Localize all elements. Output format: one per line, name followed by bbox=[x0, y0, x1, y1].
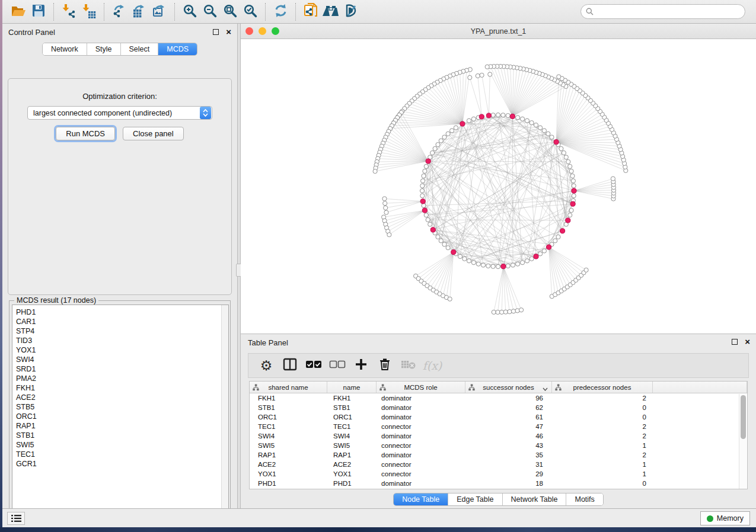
column-header-shared-name[interactable]: shared name bbox=[250, 382, 327, 393]
table-cell: FKH1 bbox=[327, 393, 377, 403]
table-cell: 29 bbox=[465, 469, 552, 479]
table-row[interactable]: ACE2ACE2connector311 bbox=[250, 460, 747, 469]
table-row[interactable]: RAP1RAP1dominator352 bbox=[250, 450, 747, 460]
show-details-button[interactable] bbox=[361, 2, 381, 21]
delete-table-button bbox=[398, 355, 419, 376]
mcds-result-item[interactable]: TID3 bbox=[12, 336, 228, 345]
table-scrollbar[interactable] bbox=[739, 394, 747, 489]
import-network-button[interactable] bbox=[59, 2, 79, 21]
open-folder-button[interactable] bbox=[8, 2, 28, 21]
refresh-button[interactable] bbox=[270, 2, 291, 21]
search-network-button[interactable] bbox=[321, 2, 341, 21]
tab-motifs[interactable]: Motifs bbox=[566, 493, 602, 505]
criterion-select[interactable]: largest connected component (undirected) bbox=[27, 106, 212, 120]
global-search-field[interactable] bbox=[580, 4, 745, 19]
toolbar-separator bbox=[53, 3, 54, 21]
table-row[interactable]: TEC1TEC1connector472 bbox=[250, 422, 747, 431]
tab-network-table[interactable]: Network Table bbox=[503, 493, 567, 505]
tab-network[interactable]: Network bbox=[43, 43, 87, 55]
mcds-result-item[interactable]: SWI5 bbox=[12, 440, 228, 450]
network-graph-canvas[interactable] bbox=[241, 39, 756, 334]
network-window-titlebar: YPA_prune.txt_1 bbox=[241, 24, 756, 39]
tab-node-table[interactable]: Node Table bbox=[394, 493, 448, 505]
settings-gear-button[interactable]: ⚙ bbox=[256, 355, 277, 376]
share-document-button[interactable] bbox=[301, 2, 321, 21]
network-view-window: YPA_prune.txt_1 bbox=[241, 24, 756, 334]
zoom-fit-button[interactable] bbox=[220, 2, 240, 21]
log-console-button[interactable] bbox=[7, 512, 25, 525]
table-scrollbar-thumb[interactable] bbox=[741, 395, 746, 439]
select-all-button[interactable] bbox=[303, 355, 324, 376]
mcds-result-item[interactable]: FKH1 bbox=[12, 383, 228, 393]
table-row[interactable]: SWI5SWI5connector431 bbox=[250, 441, 747, 450]
column-header-name[interactable]: name bbox=[327, 382, 377, 393]
sort-descending-icon bbox=[543, 385, 548, 392]
network-window-title: YPA_prune.txt_1 bbox=[241, 27, 756, 36]
table-row[interactable]: STB1STB1dominator620 bbox=[250, 403, 747, 412]
export-network-button[interactable] bbox=[109, 2, 129, 21]
tab-edge-table[interactable]: Edge Table bbox=[448, 493, 502, 505]
table-tabbar: Node TableEdge TableNetwork TableMotifs bbox=[393, 493, 604, 506]
mcds-result-item[interactable]: ORC1 bbox=[12, 412, 228, 421]
memory-button[interactable]: Memory bbox=[700, 511, 750, 525]
column-header-predecessor-nodes[interactable]: predecessor nodes bbox=[552, 382, 653, 393]
column-header-MCDS-role[interactable]: MCDS role bbox=[377, 382, 465, 393]
hide-details-button[interactable] bbox=[341, 2, 361, 21]
mcds-result-item[interactable]: SWI4 bbox=[12, 355, 228, 364]
table-cell: 1 bbox=[552, 469, 653, 479]
mcds-tab-content: Optimization criterion: largest connecte… bbox=[8, 78, 232, 295]
close-panel-icon[interactable]: × bbox=[226, 29, 231, 35]
refresh-icon bbox=[273, 4, 288, 20]
zoom-in-button[interactable] bbox=[180, 2, 200, 21]
mcds-result-item[interactable]: CAR1 bbox=[12, 317, 228, 326]
table-cell: 31 bbox=[465, 460, 552, 469]
table-close-icon[interactable]: × bbox=[745, 339, 750, 345]
table-cell: SWI4 bbox=[327, 431, 377, 441]
list-scrollbar[interactable] bbox=[221, 305, 228, 517]
zoom-out-button[interactable] bbox=[200, 2, 220, 21]
tab-style[interactable]: Style bbox=[87, 43, 121, 55]
table-row[interactable]: SWI4SWI4dominator462 bbox=[250, 431, 747, 441]
table-cell: PHD1 bbox=[250, 479, 327, 488]
table-float-icon[interactable] bbox=[732, 339, 738, 345]
search-input[interactable] bbox=[596, 8, 740, 16]
export-image-button[interactable] bbox=[149, 2, 170, 21]
table-row[interactable]: ORC1ORC1dominator610 bbox=[250, 412, 747, 422]
mcds-result-item[interactable]: STP4 bbox=[12, 326, 228, 336]
run-mcds-button[interactable]: Run MCDS bbox=[56, 127, 115, 140]
settings-gear-icon: ⚙ bbox=[260, 359, 273, 373]
delete-column-button[interactable] bbox=[374, 355, 395, 376]
mcds-result-item[interactable]: GCR1 bbox=[12, 459, 228, 469]
tab-mcds[interactable]: MCDS bbox=[158, 43, 197, 55]
toolbar-separator bbox=[265, 3, 266, 21]
mcds-result-item[interactable]: STB5 bbox=[12, 402, 228, 412]
control-panel: Control Panel × NetworkStyleSelectMCDS O… bbox=[2, 24, 237, 508]
deselect-all-button[interactable] bbox=[327, 355, 348, 376]
table-row[interactable]: YOX1YOX1connector291 bbox=[250, 469, 747, 479]
mcds-hub-node bbox=[486, 113, 491, 118]
table-panel-title: Table Panel bbox=[248, 338, 288, 347]
mcds-result-item[interactable]: ACE2 bbox=[12, 393, 228, 402]
mcds-result-item[interactable]: YOX1 bbox=[12, 345, 228, 355]
add-column-button[interactable] bbox=[350, 355, 372, 376]
tab-select[interactable]: Select bbox=[121, 43, 159, 55]
export-table-button[interactable] bbox=[129, 2, 149, 21]
mcds-result-list[interactable]: PHD1CAR1STP4TID3YOX1SWI4SRD1PMA2FKH1ACE2… bbox=[12, 305, 229, 518]
float-panel-icon[interactable] bbox=[213, 29, 219, 35]
split-view-button[interactable] bbox=[279, 355, 301, 376]
column-header-successor-nodes[interactable]: successor nodes bbox=[465, 382, 552, 393]
mcds-result-item[interactable]: STB1 bbox=[12, 431, 228, 440]
mcds-result-item[interactable]: SRD1 bbox=[12, 364, 228, 374]
table-row[interactable]: FKH1FKH1dominator962 bbox=[250, 393, 747, 403]
import-table-button[interactable] bbox=[79, 2, 99, 21]
zoom-selected-button[interactable] bbox=[240, 2, 260, 21]
save-button[interactable] bbox=[28, 2, 49, 21]
table-cell: YOX1 bbox=[250, 469, 327, 479]
mcds-result-item[interactable]: TEC1 bbox=[12, 450, 228, 459]
table-row[interactable]: PHD1PHD1dominator180 bbox=[250, 479, 747, 488]
mcds-result-item[interactable]: PMA2 bbox=[12, 374, 228, 383]
close-panel-button[interactable]: Close panel bbox=[123, 127, 184, 140]
select-all-icon bbox=[305, 360, 322, 371]
mcds-result-item[interactable]: RAP1 bbox=[12, 421, 228, 431]
mcds-result-item[interactable]: PHD1 bbox=[12, 307, 228, 317]
